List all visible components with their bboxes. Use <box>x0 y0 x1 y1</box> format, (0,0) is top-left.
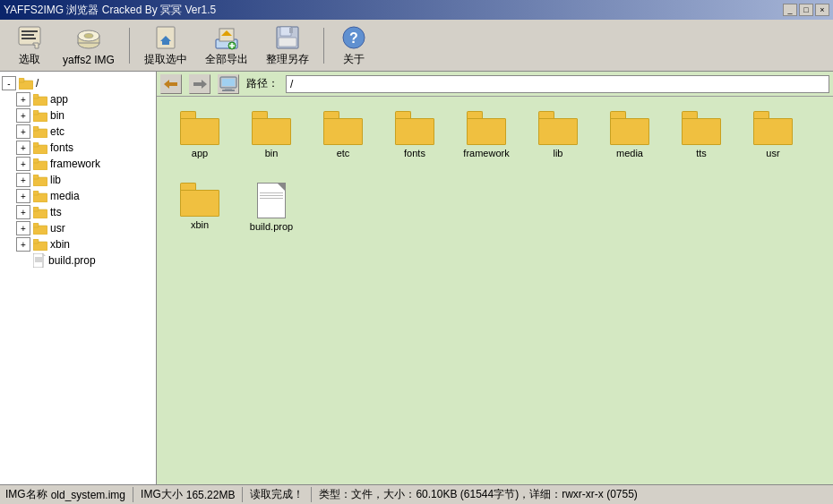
svg-rect-45 <box>33 239 39 243</box>
file-name-media: media <box>616 148 643 159</box>
extract-icon <box>151 23 180 52</box>
tree-panel[interactable]: - / + app + bin <box>0 72 157 484</box>
toolbar-separator-2 <box>323 28 324 64</box>
file-name-framework: framework <box>463 148 509 159</box>
status-img-name: IMG名称 old_system.img <box>5 487 133 502</box>
file-item-framework[interactable]: framework <box>451 104 522 175</box>
forward-icon <box>193 78 207 90</box>
svg-rect-11 <box>162 41 169 45</box>
tree-xbin-label: xbin <box>50 238 70 251</box>
toolbar-extract[interactable]: 提取选中 <box>137 21 194 69</box>
tree-app-label: app <box>50 93 68 106</box>
tree-root-folder-icon <box>19 78 33 90</box>
file-item-buildprop[interactable]: build.prop <box>236 175 307 247</box>
tree-item-tts[interactable]: + tts <box>0 204 156 220</box>
file-name-tts: tts <box>696 148 707 159</box>
tree-buildprop-file-icon <box>33 253 46 268</box>
toolbar-export-all[interactable]: 全部导出 <box>198 21 255 69</box>
tree-item-media[interactable]: + media <box>0 188 156 204</box>
file-item-bin[interactable]: bin <box>236 104 307 175</box>
save-icon <box>273 23 302 52</box>
file-item-usr[interactable]: usr <box>737 104 809 175</box>
tree-usr-toggle[interactable]: + <box>16 221 30 235</box>
svg-rect-1 <box>21 30 38 32</box>
tree-root-toggle[interactable]: - <box>2 76 16 90</box>
svg-marker-47 <box>43 253 46 256</box>
tree-buildprop-label: build.prop <box>48 254 96 267</box>
file-item-tts[interactable]: tts <box>666 104 737 175</box>
file-doc-icon-buildprop <box>257 183 286 218</box>
title-bar: YAFFS2IMG 浏览器 Cracked By 冥冥 Ver1.5 _ □ × <box>0 0 833 20</box>
svg-rect-20 <box>289 28 293 33</box>
folder-icon-tts <box>682 111 721 145</box>
tree-framework-label: framework <box>50 158 100 170</box>
tree-lib-label: lib <box>50 174 61 186</box>
svg-rect-35 <box>33 158 39 163</box>
tree-xbin-toggle[interactable]: + <box>16 237 30 252</box>
tree-item-buildprop[interactable]: build.prop <box>0 252 156 269</box>
toolbar-yaffs2-img[interactable]: yaffs2 IMG <box>56 23 122 68</box>
svg-marker-4 <box>33 43 39 48</box>
file-item-lib[interactable]: lib <box>522 104 594 175</box>
file-item-fonts[interactable]: fonts <box>379 104 451 175</box>
file-item-media[interactable]: media <box>594 104 666 175</box>
svg-rect-58 <box>222 90 235 91</box>
folder-icon-app <box>180 111 219 145</box>
folder-icon-usr <box>753 111 793 145</box>
file-item-xbin[interactable]: xbin <box>164 175 236 247</box>
tree-item-xbin[interactable]: + xbin <box>0 236 156 252</box>
tree-item-bin[interactable]: + bin <box>0 107 156 124</box>
file-item-app[interactable]: app <box>164 104 236 175</box>
app-title: YAFFS2IMG 浏览器 Cracked By 冥冥 Ver1.5 <box>4 3 216 18</box>
maximize-button[interactable]: □ <box>799 4 813 16</box>
tree-bin-icon <box>33 110 47 122</box>
file-name-lib: lib <box>553 148 562 159</box>
close-button[interactable]: × <box>815 4 829 16</box>
folder-icon-lib <box>538 111 578 145</box>
toolbar-organize-save[interactable]: 整理另存 <box>259 21 316 69</box>
back-button[interactable] <box>160 74 182 94</box>
path-input[interactable] <box>286 75 829 93</box>
tree-lib-toggle[interactable]: + <box>16 173 30 187</box>
tree-fonts-toggle[interactable]: + <box>16 141 30 155</box>
tree-item-fonts[interactable]: + fonts <box>0 140 156 156</box>
tree-xbin-icon <box>33 239 47 251</box>
export-icon <box>212 23 241 52</box>
svg-rect-31 <box>33 126 39 131</box>
tree-item-usr[interactable]: + usr <box>0 220 156 236</box>
tree-bin-toggle[interactable]: + <box>16 108 30 123</box>
tree-root[interactable]: - / <box>0 75 156 91</box>
tree-item-app[interactable]: + app <box>0 91 156 107</box>
forward-button[interactable] <box>189 74 210 94</box>
file-item-etc[interactable]: etc <box>307 104 379 175</box>
folder-icon-bin <box>252 111 291 145</box>
tree-fonts-icon <box>33 142 47 154</box>
svg-rect-21 <box>279 38 296 47</box>
minimize-button[interactable]: _ <box>783 4 797 16</box>
toolbar-export-all-label: 全部导出 <box>205 52 248 67</box>
main-area: - / + app + bin <box>0 72 833 484</box>
svg-rect-3 <box>21 38 36 39</box>
status-img-size: IMG大小 165.22MB <box>141 487 243 502</box>
file-panel: 路径： app bin <box>157 72 833 484</box>
folder-icon-fonts <box>395 111 434 145</box>
svg-rect-37 <box>33 175 39 179</box>
svg-text:?: ? <box>349 30 358 46</box>
up-button[interactable] <box>218 74 239 94</box>
toolbar-select[interactable]: 选取 <box>7 21 52 69</box>
tree-item-etc[interactable]: + etc <box>0 124 156 140</box>
tree-framework-toggle[interactable]: + <box>16 157 30 171</box>
svg-point-8 <box>84 33 93 38</box>
tree-app-toggle[interactable]: + <box>16 92 30 107</box>
svg-rect-27 <box>33 94 39 98</box>
toolbar-about[interactable]: ? 关于 <box>331 21 376 69</box>
tree-item-lib[interactable]: + lib <box>0 172 156 188</box>
about-icon: ? <box>339 23 368 52</box>
tree-usr-icon <box>33 223 47 235</box>
tree-etc-toggle[interactable]: + <box>16 124 30 139</box>
file-name-etc: etc <box>337 148 350 159</box>
tree-media-icon <box>33 191 47 202</box>
tree-item-framework[interactable]: + framework <box>0 156 156 172</box>
tree-media-toggle[interactable]: + <box>16 189 30 203</box>
tree-tts-toggle[interactable]: + <box>16 205 30 219</box>
